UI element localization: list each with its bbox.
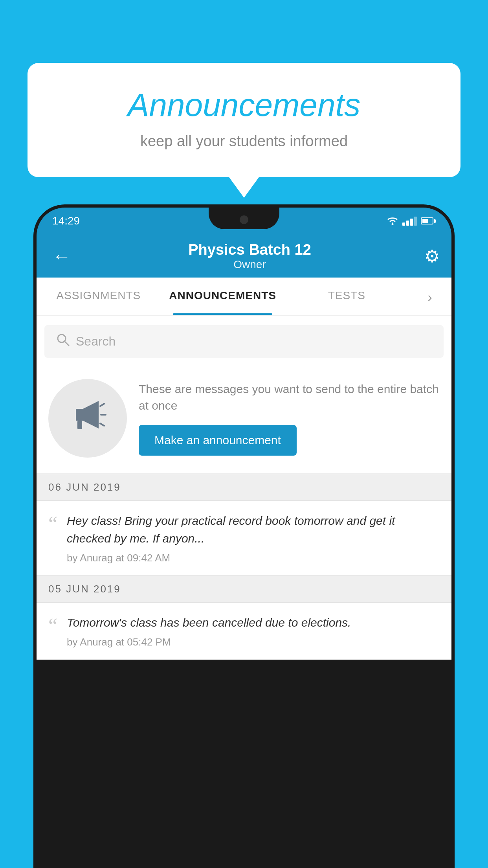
search-bar[interactable]: Search	[44, 325, 444, 358]
search-placeholder: Search	[76, 334, 116, 349]
date-header-1: 06 JUN 2019	[37, 474, 451, 501]
app-bar: ← Physics Batch 12 Owner ⚙	[37, 234, 451, 278]
promo-text-group: These are messages you want to send to t…	[139, 381, 440, 456]
tab-assignments[interactable]: ASSIGNMENTS	[37, 278, 161, 315]
notch-camera	[240, 215, 248, 224]
search-icon	[56, 333, 70, 350]
status-bar-icons	[387, 216, 436, 226]
megaphone-icon	[68, 395, 107, 442]
svg-rect-5	[77, 421, 82, 429]
announcement-item-1[interactable]: “ Hey class! Bring your practical record…	[37, 501, 451, 576]
battery-icon	[421, 217, 436, 224]
announcement-content-2: Tomorrow's class has been cancelled due …	[67, 614, 440, 648]
announcement-item-2[interactable]: “ Tomorrow's class has been cancelled du…	[37, 603, 451, 660]
svg-marker-3	[76, 409, 83, 421]
promo-description: These are messages you want to send to t…	[139, 381, 440, 414]
svg-line-8	[100, 423, 104, 426]
announcement-icon-circle	[48, 379, 127, 458]
signal-bars-icon	[402, 217, 417, 226]
back-button[interactable]: ←	[48, 241, 75, 271]
svg-line-2	[65, 342, 69, 346]
content-area: Search	[37, 316, 451, 660]
svg-marker-4	[83, 401, 99, 428]
speech-bubble: Announcements keep all your students inf…	[28, 63, 460, 177]
wifi-icon	[387, 216, 398, 226]
speech-bubble-title: Announcements	[59, 86, 429, 123]
date-header-2: 05 JUN 2019	[37, 576, 451, 603]
tab-announcements[interactable]: ANNOUNCEMENTS	[161, 278, 285, 315]
tab-more[interactable]: ›	[409, 278, 451, 315]
announcement-meta-1: by Anurag at 09:42 AM	[67, 552, 440, 564]
tab-tests[interactable]: TESTS	[285, 278, 409, 315]
app-bar-subtitle: Owner	[75, 258, 424, 271]
quote-icon-2: “	[48, 614, 57, 636]
speech-bubble-subtitle: keep all your students informed	[59, 133, 429, 150]
app-bar-title-group: Physics Batch 12 Owner	[75, 241, 424, 271]
settings-button[interactable]: ⚙	[424, 246, 440, 266]
app-bar-title: Physics Batch 12	[75, 241, 424, 258]
make-announcement-button[interactable]: Make an announcement	[139, 425, 297, 456]
phone-inner: 14:29	[37, 208, 451, 865]
announcement-content-1: Hey class! Bring your practical record b…	[67, 512, 440, 564]
announcement-meta-2: by Anurag at 05:42 PM	[67, 636, 440, 648]
svg-point-0	[392, 223, 394, 225]
announcement-text-1: Hey class! Bring your practical record b…	[67, 512, 440, 547]
phone-frame: 14:29	[33, 204, 455, 868]
tabs-bar: ASSIGNMENTS ANNOUNCEMENTS TESTS ›	[37, 278, 451, 316]
status-bar-time: 14:29	[52, 215, 80, 227]
notch	[209, 208, 279, 229]
speech-bubble-container: Announcements keep all your students inf…	[28, 63, 460, 177]
promo-section: These are messages you want to send to t…	[37, 367, 451, 474]
status-bar: 14:29	[37, 208, 451, 234]
quote-icon-1: “	[48, 512, 57, 534]
announcement-text-2: Tomorrow's class has been cancelled due …	[67, 614, 440, 631]
svg-line-6	[100, 404, 104, 406]
